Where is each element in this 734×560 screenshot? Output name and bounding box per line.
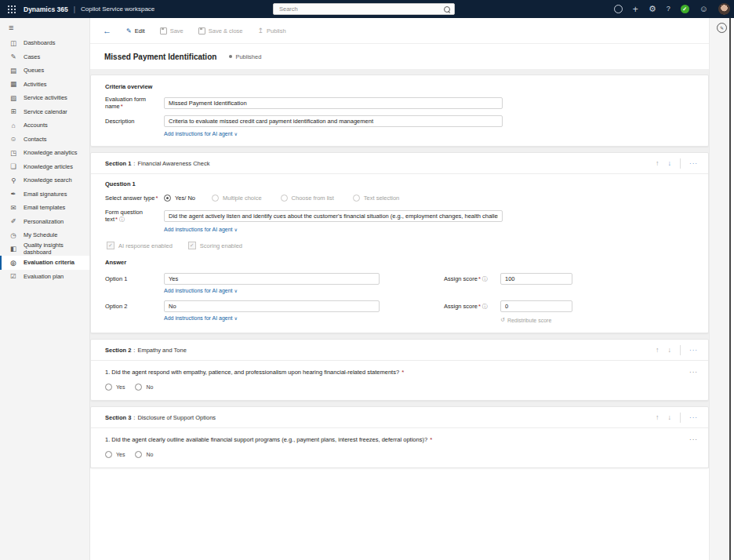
evaluation-criteria-icon: ◎	[9, 259, 17, 267]
add-instructions-link[interactable]: Add instructions for AI agent ∨	[164, 288, 380, 293]
help-icon[interactable]: ?	[667, 5, 670, 13]
answer-type-text-selection[interactable]: Text selection	[353, 195, 399, 202]
divider	[680, 345, 681, 355]
waffle-menu-icon[interactable]	[7, 5, 16, 13]
answer-yes-radio[interactable]: Yes	[105, 384, 125, 391]
option-1-input[interactable]	[164, 273, 380, 285]
answer-no-radio[interactable]: No	[135, 384, 153, 391]
knowledge-analytics-icon: ◳	[9, 149, 17, 157]
checkbox-checked-icon: ✓	[188, 242, 196, 249]
knowledge-articles-icon: ❏	[9, 162, 17, 170]
option-2-input[interactable]	[164, 300, 380, 312]
presence-circle-icon[interactable]	[614, 5, 623, 13]
workspace-title: Copilot Service workspace	[81, 5, 154, 13]
form-card-stack: Criteria overview Evaluation form name* …	[90, 69, 709, 468]
section-more-menu[interactable]: ···	[689, 160, 698, 167]
answer-no-radio[interactable]: No	[135, 451, 153, 458]
radio-selected-icon	[164, 195, 171, 202]
ai-response-enabled-checkbox[interactable]: ✓ AI response enabled	[107, 242, 173, 249]
feedback-smiley-icon[interactable]: ☺	[699, 5, 708, 13]
chevron-down-icon: ∨	[234, 132, 238, 136]
add-instructions-link[interactable]: Add instructions for AI agent ∨	[164, 131, 238, 136]
sidebar-item-my-schedule[interactable]: ◷My Schedule	[0, 228, 89, 242]
search-input[interactable]	[278, 5, 444, 13]
criteria-overview-card: Criteria overview Evaluation form name* …	[90, 75, 709, 147]
move-section-up-icon[interactable]: ↑	[656, 413, 660, 421]
accounts-icon: ⌂	[9, 122, 17, 129]
edit-button[interactable]: ✎ Edit	[126, 27, 145, 35]
sidebar-item-service-calendar[interactable]: ⊞Service calendar	[0, 105, 89, 119]
save-and-close-button[interactable]: Save & close	[198, 27, 243, 35]
global-search[interactable]	[273, 3, 455, 15]
sidebar-collapse-icon[interactable]: ≡	[9, 23, 89, 32]
move-section-down-icon[interactable]: ↓	[668, 159, 672, 167]
radio-icon	[135, 384, 142, 391]
form-name-input[interactable]	[164, 97, 503, 109]
edit-circle-icon[interactable]: ✎	[717, 23, 727, 33]
add-instructions-link[interactable]: Add instructions for AI agent ∨	[164, 227, 238, 232]
move-section-down-icon[interactable]: ↓	[668, 346, 672, 354]
radio-icon	[105, 451, 112, 458]
sidebar-item-email-templates[interactable]: ✉Email templates	[0, 201, 89, 215]
scoring-enabled-checkbox[interactable]: ✓ Scoring enabled	[188, 242, 242, 249]
answer-type-yes-no[interactable]: Yes/ No	[164, 195, 195, 202]
answer-type-choose-from-list[interactable]: Choose from list	[281, 195, 334, 202]
move-section-up-icon[interactable]: ↑	[656, 346, 660, 354]
sidebar-item-evaluation-criteria[interactable]: ◎Evaluation criteria	[0, 256, 89, 270]
checkbox-checked-icon: ✓	[107, 242, 114, 249]
add-icon[interactable]: +	[633, 5, 638, 14]
page-title: Missed Payment Identification	[104, 53, 216, 61]
queues-icon: ▤	[9, 67, 17, 75]
sidebar-item-personalization[interactable]: ✐Personalization	[0, 215, 89, 229]
section-more-menu[interactable]: ···	[689, 347, 698, 354]
right-side-rail: ✎	[709, 18, 734, 560]
answer-yes-radio[interactable]: Yes	[105, 451, 125, 458]
info-icon: ⓘ	[482, 304, 488, 309]
option-2-score-input[interactable]	[500, 300, 572, 312]
user-avatar[interactable]	[718, 3, 730, 15]
environment-check-icon[interactable]: ✓	[681, 5, 689, 13]
criteria-overview-heading: Criteria overview	[105, 83, 694, 90]
sidebar-item-dashboards[interactable]: ◫Dashboards	[0, 36, 89, 50]
sidebar-item-evaluation-plan[interactable]: ☑Evaluation plan	[0, 270, 89, 284]
form-question-text-input[interactable]	[164, 210, 503, 222]
publish-button[interactable]: ↥ Publish	[258, 27, 286, 35]
settings-gear-icon[interactable]: ⚙	[649, 5, 656, 13]
radio-icon	[135, 451, 142, 458]
question-more-menu[interactable]: ···	[689, 369, 698, 376]
description-input[interactable]	[164, 115, 503, 127]
rail-scroll-edge[interactable]	[729, 18, 731, 560]
sidebar-item-cases[interactable]: ✎Cases	[0, 50, 89, 64]
answer-heading: Answer	[105, 259, 694, 266]
info-icon: ⓘ	[482, 276, 488, 282]
back-button[interactable]: ←	[103, 27, 111, 35]
add-instructions-link[interactable]: Add instructions for AI agent ∨	[164, 315, 380, 321]
option-1-score-input[interactable]	[500, 273, 572, 285]
sidebar-item-queues[interactable]: ▤Queues	[0, 64, 89, 78]
save-close-icon	[198, 27, 205, 35]
section-more-menu[interactable]: ···	[689, 414, 698, 421]
sidebar-item-knowledge-analytics[interactable]: ◳Knowledge analytics	[0, 146, 89, 160]
sidebar-item-contacts[interactable]: ☺Contacts	[0, 133, 89, 147]
section-3-question: 1. Did the agent clearly outline availab…	[91, 428, 708, 443]
top-navigation-bar: Dynamics 365 | Copilot Service workspace…	[0, 0, 734, 18]
command-bar: ← ✎ Edit Save Save & close ↥ Publish	[90, 18, 709, 44]
move-section-up-icon[interactable]: ↑	[656, 159, 660, 167]
sidebar-item-email-signatures[interactable]: ✒Email signatures	[0, 187, 89, 202]
sidebar-item-knowledge-articles[interactable]: ❏Knowledge articles	[0, 160, 89, 174]
redistribute-score-button[interactable]: ↺ Redistribute score	[500, 317, 572, 323]
move-section-down-icon[interactable]: ↓	[668, 413, 672, 421]
answer-type-multiple-choice[interactable]: Multiple choice	[212, 195, 262, 202]
status-dot-icon	[229, 55, 232, 58]
sidebar-item-knowledge-search[interactable]: ⚲Knowledge search	[0, 173, 89, 187]
pencil-icon: ✎	[126, 27, 132, 35]
service-activities-icon: ▧	[9, 94, 17, 102]
sidebar-item-quality-insights-dashboard[interactable]: ◧Quality insights dashboard	[0, 242, 89, 256]
page-header: Missed Payment Identification Published	[90, 44, 709, 69]
question-more-menu[interactable]: ···	[689, 436, 698, 443]
sidebar-item-service-activities[interactable]: ▧Service activities	[0, 91, 89, 105]
option-2-label: Option 2	[105, 300, 164, 310]
sidebar-item-activities[interactable]: ▦Activities	[0, 78, 89, 92]
save-button[interactable]: Save	[160, 27, 184, 35]
sidebar-item-accounts[interactable]: ⌂Accounts	[0, 118, 89, 133]
